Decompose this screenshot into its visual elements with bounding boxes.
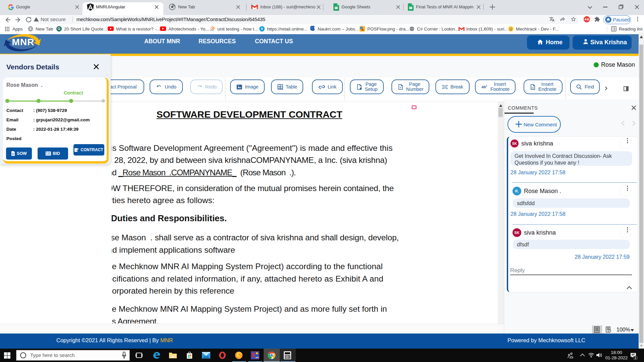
svg-text:#: # (400, 86, 401, 89)
svg-text:1: 1 (486, 84, 487, 87)
svg-text:[ii]: [ii] (532, 87, 534, 89)
svg-text:✈B: ✈B (584, 18, 589, 21)
svg-text:MNR: MNR (12, 37, 35, 47)
svg-text:ab: ab (482, 85, 486, 89)
